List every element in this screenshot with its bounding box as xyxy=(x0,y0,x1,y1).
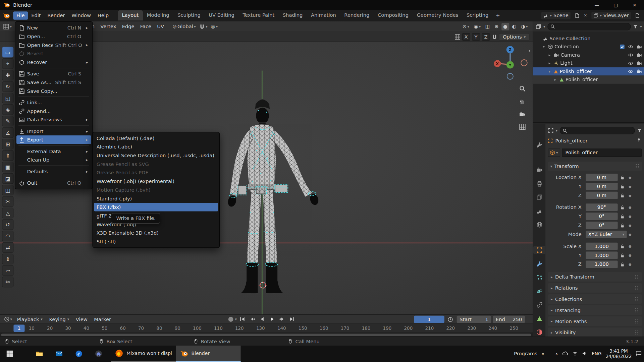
taskbar-app-mixamo[interactable]: Mixamo won't displ... xyxy=(111,346,176,362)
workspace-tab-layout[interactable]: Layout xyxy=(118,10,143,21)
menu-item-import[interactable]: Import▸ xyxy=(16,127,91,135)
tab-scene[interactable] xyxy=(533,207,545,215)
blue-app-icon[interactable] xyxy=(69,346,89,362)
properties-editor-icon[interactable] xyxy=(548,128,553,133)
tool-extrude-region[interactable]: ⇑ xyxy=(2,150,13,161)
lock-icon[interactable] xyxy=(620,262,624,266)
id-type-chip[interactable]: ▾ xyxy=(548,148,560,157)
rotation-mode-dropdown[interactable]: XYZ Euler▾ xyxy=(586,231,627,238)
viewport-menu-uv[interactable]: UV xyxy=(154,22,167,31)
drag-handle-icon[interactable] xyxy=(635,164,639,168)
tool-smooth[interactable]: ◠ xyxy=(2,231,13,241)
auto-key-record-icon[interactable] xyxy=(228,317,233,322)
tool-rotate[interactable]: ↻ xyxy=(2,81,13,92)
lock-icon[interactable] xyxy=(620,205,624,209)
disable-render-icon[interactable] xyxy=(637,53,642,57)
animate-dot[interactable]: ● xyxy=(627,224,634,227)
menu-item-recover[interactable]: Recover▸ xyxy=(16,58,91,67)
animate-dot[interactable]: ● xyxy=(627,233,634,236)
tool-add-cube[interactable]: ⊞ xyxy=(2,139,13,149)
scene-selector[interactable]: ▾ Scene xyxy=(541,12,571,19)
shading-wireframe-button[interactable]: ⊕ xyxy=(493,23,500,30)
outliner-search[interactable] xyxy=(547,23,631,30)
tool-loop-cut[interactable]: ◫ xyxy=(2,185,13,195)
taskbar-clock[interactable]: 3:41 PM 24/08/2022 xyxy=(606,349,632,359)
menu-item-save[interactable]: SaveCtrl S xyxy=(16,69,91,78)
navigation-gizmo[interactable]: Z X Y xyxy=(493,44,528,82)
drag-handle-icon[interactable] xyxy=(635,297,639,301)
outliner-search-input[interactable] xyxy=(556,24,628,29)
axis-minus-x-ball[interactable] xyxy=(521,60,527,66)
shading-material-button[interactable]: ◐ xyxy=(510,23,518,30)
add-workspace-button[interactable]: + xyxy=(493,11,503,19)
minimize-button[interactable]: — xyxy=(587,0,606,10)
object-name-field[interactable]: Polish_officer xyxy=(562,148,642,157)
outliner-row-polish-officer[interactable]: ▾ Polish_officer xyxy=(533,67,644,75)
workspace-tab-texture-paint[interactable]: Texture Paint xyxy=(238,10,278,21)
camera-view-icon[interactable] xyxy=(518,109,527,119)
frame-start-field[interactable]: Start1 xyxy=(457,316,491,323)
editor-type-button[interactable]: ▾ xyxy=(2,23,13,30)
hidden-icons-chevron[interactable]: ∧ xyxy=(555,352,558,356)
ortho-grid-icon[interactable] xyxy=(518,122,527,132)
drag-handle-icon[interactable] xyxy=(635,286,639,290)
mail-icon[interactable] xyxy=(49,346,69,362)
zoom-tool-icon[interactable] xyxy=(518,84,527,94)
frame-end-field[interactable]: End250 xyxy=(493,316,525,323)
workspace-tab-animation[interactable]: Animation xyxy=(307,10,340,21)
tool-rip-region[interactable]: ✄ xyxy=(2,277,13,287)
scale-x-field[interactable]: 1.000 xyxy=(586,243,618,250)
snap-toggle[interactable]: ▾ xyxy=(198,23,209,30)
close-button[interactable]: ✕ xyxy=(625,0,644,10)
pan-hand-icon[interactable] xyxy=(518,97,527,106)
mirror-z-toggle[interactable]: Z xyxy=(482,33,490,41)
tab-object[interactable] xyxy=(533,246,545,254)
rotation-z-field[interactable]: 0° xyxy=(586,222,618,229)
outliner-row-collection[interactable]: ▾ Collection xyxy=(533,43,644,51)
drag-handle-icon[interactable] xyxy=(635,330,639,334)
disable-render-icon[interactable] xyxy=(637,69,642,73)
filter-icon[interactable] xyxy=(633,24,638,29)
viewport-menu-vertex[interactable]: Vertex xyxy=(98,22,119,31)
timeline-editor-type-button[interactable]: ▾ xyxy=(2,316,14,323)
drag-handle-icon[interactable] xyxy=(635,319,639,323)
menu-item-external-data[interactable]: External Data▸ xyxy=(16,147,91,156)
menu-edit[interactable]: Edit xyxy=(28,11,44,19)
tool-transform[interactable]: ◈ xyxy=(2,104,13,115)
menu-render[interactable]: Render xyxy=(44,11,68,19)
hide-eye-icon[interactable] xyxy=(628,61,633,65)
drag-handle-icon[interactable] xyxy=(635,308,639,312)
menu-window[interactable]: Window xyxy=(68,11,94,19)
file-explorer-icon[interactable] xyxy=(30,346,49,362)
outliner-row-scene-collection[interactable]: Scene Collection xyxy=(533,35,644,43)
tool-scale[interactable]: ◱ xyxy=(2,93,13,104)
disable-render-icon[interactable] xyxy=(637,45,642,49)
show-overlays-button[interactable]: ◉▾ xyxy=(472,23,483,30)
location-y-field[interactable]: 0 m xyxy=(586,183,618,190)
transform-orientation-dropdown[interactable]: ◎ Global ▾ xyxy=(171,23,198,30)
sidebar-expand-arrow[interactable]: ‹ xyxy=(528,48,530,54)
tool-spin[interactable]: ↺ xyxy=(2,219,13,230)
character-model-polish-officer[interactable] xyxy=(214,88,331,314)
timeline-menu-playback[interactable]: Playback ▾ xyxy=(14,315,46,323)
programs-label[interactable]: Programs xyxy=(514,351,537,357)
animate-dot[interactable]: ● xyxy=(627,253,634,257)
export-item-collada[interactable]: Collada (Default) (.dae) xyxy=(94,134,218,142)
export-item-usd[interactable]: Universal Scene Description (.usd, .usdc… xyxy=(94,151,218,160)
export-item-fbx[interactable]: FBX (.fbx) xyxy=(94,203,218,212)
tool-move[interactable]: ✚ xyxy=(2,70,13,80)
workspace-tab-uv-editing[interactable]: UV Editing xyxy=(205,10,238,21)
animate-dot[interactable]: ● xyxy=(627,244,634,248)
animate-dot[interactable]: ● xyxy=(627,262,634,266)
tab-constraints[interactable] xyxy=(533,301,545,309)
menu-item-new[interactable]: NewCtrl N▸ xyxy=(16,23,91,32)
animate-dot[interactable]: ● xyxy=(627,193,634,197)
tool-bevel[interactable]: ◪ xyxy=(2,173,13,184)
xray-toggle[interactable]: ◫ xyxy=(484,23,492,30)
start-button[interactable] xyxy=(0,346,20,362)
menu-item-data-previews[interactable]: Data Previews▸ xyxy=(16,115,91,124)
tool-poly-build[interactable]: △ xyxy=(2,208,13,219)
menu-item-save-as[interactable]: Save As...Shift Ctrl S xyxy=(16,78,91,87)
viewport-menu-edge[interactable]: Edge xyxy=(119,22,137,31)
programs-chevron[interactable]: » xyxy=(541,351,544,357)
